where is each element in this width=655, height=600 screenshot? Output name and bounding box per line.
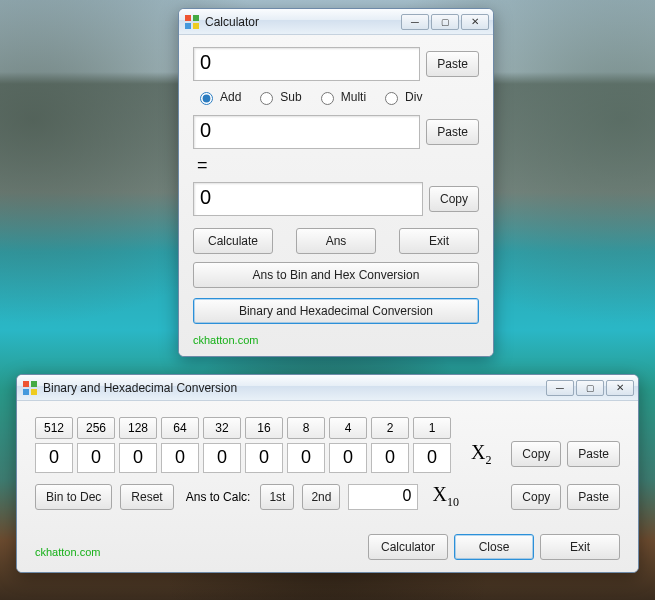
bit-input-16[interactable]: 0 [245, 443, 283, 473]
bit-weight-header-row: 5122561286432168421 [35, 417, 451, 439]
bit-input-32[interactable]: 0 [203, 443, 241, 473]
paste-operand1-button[interactable]: Paste [426, 51, 479, 77]
bit-weight-8: 8 [287, 417, 325, 439]
radio-multi-input[interactable] [321, 92, 334, 105]
bit-weight-256: 256 [77, 417, 115, 439]
bit-weight-64: 64 [161, 417, 199, 439]
bit-weight-2: 2 [371, 417, 409, 439]
operation-radios: Add Sub Multi Div [195, 89, 479, 105]
radio-multi[interactable]: Multi [316, 89, 366, 105]
ans-to-calc-label: Ans to Calc: [186, 490, 251, 504]
maximize-button[interactable] [431, 14, 459, 30]
binhex-window: Binary and Hexadecimal Conversion 512256… [16, 374, 639, 573]
equals-label: = [197, 155, 479, 176]
base2-label: X2 [471, 441, 491, 468]
decimal-input[interactable]: 0 [348, 484, 418, 510]
minimize-button[interactable] [401, 14, 429, 30]
bit-input-4[interactable]: 0 [329, 443, 367, 473]
paste-decimal-button[interactable]: Paste [567, 484, 620, 510]
minimize-button[interactable] [546, 380, 574, 396]
bit-weight-128: 128 [119, 417, 157, 439]
close-window-button[interactable] [461, 14, 489, 30]
result-output[interactable]: 0 [193, 182, 423, 216]
close-window-button[interactable] [606, 380, 634, 396]
bit-input-128[interactable]: 0 [119, 443, 157, 473]
footer-link[interactable]: ckhatton.com [35, 546, 100, 558]
operand1-input[interactable]: 0 [193, 47, 420, 81]
window-title: Binary and Hexadecimal Conversion [43, 381, 546, 395]
copy-binary-button[interactable]: Copy [511, 441, 561, 467]
bit-weight-32: 32 [203, 417, 241, 439]
calculator-window: Calculator 0 Paste Add Sub Multi Div 0 P… [178, 8, 494, 357]
titlebar[interactable]: Calculator [179, 9, 493, 35]
ans-to-calc-1st-button[interactable]: 1st [260, 484, 294, 510]
base10-label: X10 [432, 483, 458, 510]
paste-binary-button[interactable]: Paste [567, 441, 620, 467]
bit-input-512[interactable]: 0 [35, 443, 73, 473]
exit-button[interactable]: Exit [540, 534, 620, 560]
app-icon [23, 381, 37, 395]
exit-button[interactable]: Exit [399, 228, 479, 254]
copy-decimal-button[interactable]: Copy [511, 484, 561, 510]
bit-input-64[interactable]: 0 [161, 443, 199, 473]
app-icon [185, 15, 199, 29]
bit-input-1[interactable]: 0 [413, 443, 451, 473]
bit-weight-1: 1 [413, 417, 451, 439]
bit-input-8[interactable]: 0 [287, 443, 325, 473]
ans-to-binhex-button[interactable]: Ans to Bin and Hex Conversion [193, 262, 479, 288]
radio-sub[interactable]: Sub [255, 89, 301, 105]
window-title: Calculator [205, 15, 401, 29]
radio-div[interactable]: Div [380, 89, 422, 105]
ans-button[interactable]: Ans [296, 228, 376, 254]
radio-div-input[interactable] [385, 92, 398, 105]
reset-button[interactable]: Reset [120, 484, 173, 510]
ans-to-calc-2nd-button[interactable]: 2nd [302, 484, 340, 510]
close-button[interactable]: Close [454, 534, 534, 560]
copy-result-button[interactable]: Copy [429, 186, 479, 212]
bit-value-row: 0000000000 [35, 443, 451, 473]
paste-operand2-button[interactable]: Paste [426, 119, 479, 145]
bit-input-2[interactable]: 0 [371, 443, 409, 473]
bin-to-dec-button[interactable]: Bin to Dec [35, 484, 112, 510]
bit-weight-512: 512 [35, 417, 73, 439]
calculate-button[interactable]: Calculate [193, 228, 273, 254]
radio-sub-input[interactable] [260, 92, 273, 105]
open-calculator-button[interactable]: Calculator [368, 534, 448, 560]
bit-weight-16: 16 [245, 417, 283, 439]
radio-add-input[interactable] [200, 92, 213, 105]
titlebar[interactable]: Binary and Hexadecimal Conversion [17, 375, 638, 401]
maximize-button[interactable] [576, 380, 604, 396]
bit-weight-4: 4 [329, 417, 367, 439]
footer-link[interactable]: ckhatton.com [193, 334, 479, 346]
bit-input-256[interactable]: 0 [77, 443, 115, 473]
open-binhex-button[interactable]: Binary and Hexadecimal Conversion [193, 298, 479, 324]
operand2-input[interactable]: 0 [193, 115, 420, 149]
radio-add[interactable]: Add [195, 89, 241, 105]
